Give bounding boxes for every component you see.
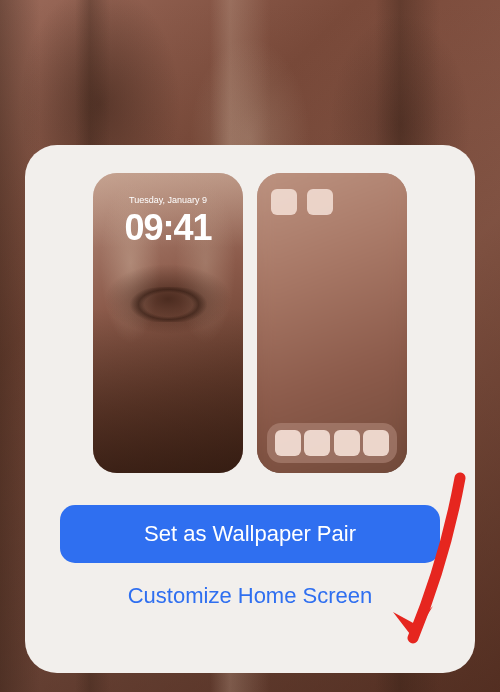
wallpaper-options-modal: Tuesday, January 9 09:41 Set as Wallpape…: [25, 145, 475, 673]
lock-screen-preview: Tuesday, January 9 09:41: [93, 173, 243, 473]
lock-screen-date: Tuesday, January 9: [93, 195, 243, 205]
dock-icon-placeholder: [334, 430, 360, 456]
dock-icon-placeholder: [304, 430, 330, 456]
app-icon-placeholder: [271, 189, 297, 215]
app-icon-placeholder: [307, 189, 333, 215]
home-screen-preview: [257, 173, 407, 473]
home-screen-top-icons: [271, 189, 333, 215]
home-screen-dock: [267, 423, 397, 463]
wallpaper-preview-row: Tuesday, January 9 09:41: [93, 173, 407, 473]
lock-screen-time: 09:41: [93, 207, 243, 249]
dock-icon-placeholder: [275, 430, 301, 456]
customize-home-screen-button[interactable]: Customize Home Screen: [128, 583, 373, 609]
dock-icon-placeholder: [363, 430, 389, 456]
set-as-wallpaper-pair-button[interactable]: Set as Wallpaper Pair: [60, 505, 440, 563]
